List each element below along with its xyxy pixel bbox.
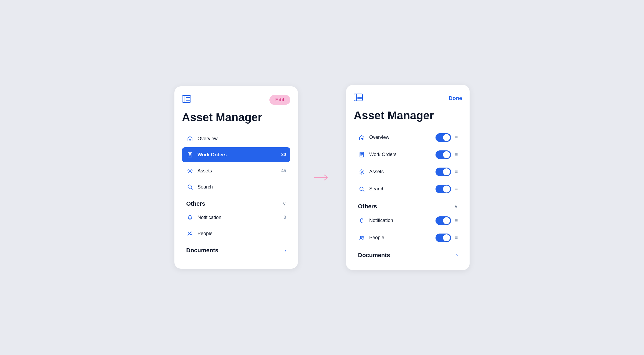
others-section-right[interactable]: Others ∨ <box>354 198 462 213</box>
nav-label-search-left: Search <box>197 184 286 190</box>
document-icon-left <box>186 151 194 158</box>
nav-item-assets-left[interactable]: Assets 45 <box>182 163 290 178</box>
chevron-right-icon-documents-right: › <box>456 252 458 258</box>
documents-section-left[interactable]: Documents › <box>182 242 290 257</box>
nav-label-notification-right: Notification <box>369 218 436 223</box>
main-container: Edit Asset Manager Overview Work <box>174 85 470 270</box>
sidebar-icon-right <box>354 94 363 103</box>
toggle-overview[interactable]: ≡ <box>436 133 458 142</box>
drag-handle-assets[interactable]: ≡ <box>455 169 458 175</box>
svg-point-9 <box>189 170 191 172</box>
chevron-right-icon-documents-left: › <box>284 248 286 253</box>
toggle-switch-workorders[interactable] <box>436 150 451 159</box>
left-app-title: Asset Manager <box>182 111 290 124</box>
home-icon-left <box>186 135 194 142</box>
nav-item-notification-left[interactable]: Notification 3 <box>182 210 290 225</box>
chevron-down-icon-others-right: ∨ <box>454 204 458 209</box>
documents-title-right: Documents <box>358 252 390 259</box>
toggle-workorders[interactable]: ≡ <box>436 150 458 159</box>
transition-arrow <box>314 173 330 182</box>
bell-icon-right <box>358 217 365 224</box>
bell-icon-left <box>186 214 194 221</box>
others-title-left: Others <box>186 200 205 207</box>
svg-line-11 <box>191 188 192 189</box>
left-panel-header: Edit <box>182 95 290 105</box>
nav-item-people-left[interactable]: People <box>182 226 290 241</box>
nav-label-overview-left: Overview <box>197 136 286 142</box>
nav-item-notification-right[interactable]: Notification ≡ <box>354 213 462 229</box>
nav-label-assets-left: Assets <box>197 168 281 174</box>
drag-handle-search[interactable]: ≡ <box>455 186 458 192</box>
gear-icon-left <box>186 167 194 175</box>
svg-point-14 <box>191 232 192 233</box>
document-icon-right <box>358 151 365 158</box>
nav-badge-assets-left: 45 <box>281 168 286 173</box>
toggle-people[interactable]: ≡ <box>436 234 458 242</box>
nav-label-overview-right: Overview <box>369 135 436 140</box>
chevron-down-icon-others-left: ∨ <box>283 201 286 207</box>
toggle-switch-search[interactable] <box>436 185 451 193</box>
toggle-switch-notification[interactable] <box>436 216 451 225</box>
nav-item-search-right[interactable]: Search ≡ <box>354 181 462 197</box>
nav-label-people-right: People <box>369 235 436 241</box>
nav-item-search-left[interactable]: Search <box>182 179 290 194</box>
drag-handle-overview[interactable]: ≡ <box>455 135 458 140</box>
documents-title-left: Documents <box>186 247 218 254</box>
sidebar-icon-left <box>182 95 191 105</box>
search-icon-right <box>358 185 365 193</box>
drag-handle-workorders[interactable]: ≡ <box>455 152 458 157</box>
others-title-right: Others <box>358 203 377 210</box>
svg-line-27 <box>363 190 364 191</box>
search-icon-left <box>186 183 194 191</box>
nav-label-assets-right: Assets <box>369 169 436 175</box>
people-icon-left <box>186 230 194 237</box>
nav-label-notification-left: Notification <box>197 215 284 220</box>
right-panel-header: Done <box>354 94 462 103</box>
svg-point-13 <box>189 232 190 234</box>
documents-section-right[interactable]: Documents › <box>354 247 462 261</box>
nav-label-people-left: People <box>197 231 286 236</box>
drag-handle-people[interactable]: ≡ <box>455 235 458 241</box>
nav-label-workorders-left: Work Orders <box>197 152 281 158</box>
nav-item-overview-right[interactable]: Overview ≡ <box>354 130 462 146</box>
nav-item-workorders-left[interactable]: Work Orders 30 <box>182 147 290 162</box>
toggle-switch-overview[interactable] <box>436 133 451 142</box>
nav-badge-notification-left: 3 <box>284 215 286 220</box>
nav-label-workorders-right: Work Orders <box>369 152 436 157</box>
drag-handle-notification[interactable]: ≡ <box>455 218 458 223</box>
home-icon-right <box>358 134 365 141</box>
nav-item-overview-left[interactable]: Overview <box>182 131 290 146</box>
right-app-title: Asset Manager <box>354 109 462 122</box>
svg-point-29 <box>360 236 362 238</box>
nav-badge-workorders-left: 30 <box>281 152 286 157</box>
nav-item-workorders-right[interactable]: Work Orders ≡ <box>354 147 462 163</box>
nav-label-search-right: Search <box>369 186 436 192</box>
done-button[interactable]: Done <box>449 95 462 101</box>
svg-point-30 <box>363 236 364 237</box>
gear-icon-right <box>358 168 365 176</box>
others-section-left[interactable]: Others ∨ <box>182 195 290 210</box>
people-icon-right <box>358 234 365 242</box>
toggle-assets[interactable]: ≡ <box>436 168 458 176</box>
toggle-switch-assets[interactable] <box>436 168 451 176</box>
toggle-search[interactable]: ≡ <box>436 185 458 193</box>
edit-button[interactable]: Edit <box>269 95 290 105</box>
right-panel: Done Asset Manager Overview ≡ <box>346 85 470 270</box>
nav-item-people-right[interactable]: People ≡ <box>354 230 462 246</box>
svg-point-25 <box>361 171 363 173</box>
nav-item-assets-right[interactable]: Assets ≡ <box>354 164 462 180</box>
toggle-switch-people[interactable] <box>436 234 451 242</box>
toggle-notification[interactable]: ≡ <box>436 216 458 225</box>
left-panel: Edit Asset Manager Overview Work <box>174 86 298 269</box>
